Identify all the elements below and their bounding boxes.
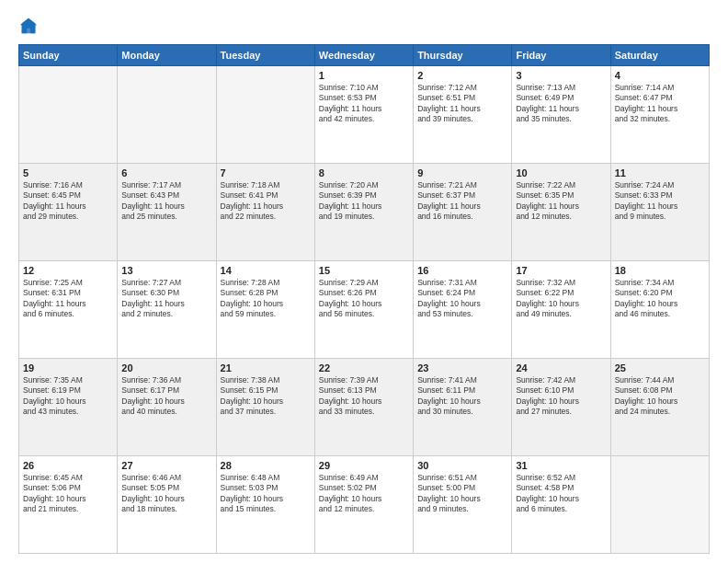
day-info: Sunrise: 6:51 AM Sunset: 5:00 PM Dayligh…: [417, 473, 507, 515]
day-number: 9: [417, 167, 507, 178]
day-number: 26: [23, 460, 113, 471]
calendar-week-row: 5Sunrise: 7:16 AM Sunset: 6:45 PM Daylig…: [19, 164, 710, 261]
day-number: 12: [23, 265, 113, 276]
calendar-cell: 26Sunrise: 6:45 AM Sunset: 5:06 PM Dayli…: [19, 456, 118, 554]
calendar-cell: 27Sunrise: 6:46 AM Sunset: 5:05 PM Dayli…: [118, 456, 216, 554]
calendar-cell: 17Sunrise: 7:32 AM Sunset: 6:22 PM Dayli…: [512, 261, 610, 359]
logo-icon: [18, 17, 39, 37]
day-info: Sunrise: 7:21 AM Sunset: 6:37 PM Dayligh…: [417, 180, 507, 223]
day-info: Sunrise: 7:12 AM Sunset: 6:51 PM Dayligh…: [417, 83, 507, 125]
day-number: 28: [221, 460, 311, 471]
day-number: 30: [417, 460, 507, 471]
calendar-cell: 24Sunrise: 7:42 AM Sunset: 6:10 PM Dayli…: [512, 359, 610, 456]
calendar-cell: [118, 66, 216, 164]
day-number: 22: [319, 362, 409, 373]
calendar-cell: 2Sunrise: 7:12 AM Sunset: 6:51 PM Daylig…: [414, 66, 512, 164]
day-number: 6: [121, 167, 211, 178]
weekday-header-tuesday: Tuesday: [216, 45, 314, 66]
weekday-header-saturday: Saturday: [610, 45, 709, 66]
day-number: 3: [516, 70, 606, 81]
calendar-cell: 31Sunrise: 6:52 AM Sunset: 4:58 PM Dayli…: [512, 456, 610, 554]
day-number: 2: [417, 70, 507, 81]
day-number: 27: [121, 460, 211, 471]
calendar-cell: 11Sunrise: 7:24 AM Sunset: 6:33 PM Dayli…: [610, 164, 709, 261]
day-number: 29: [319, 460, 409, 471]
calendar-cell: 13Sunrise: 7:27 AM Sunset: 6:30 PM Dayli…: [118, 261, 216, 359]
day-info: Sunrise: 7:24 AM Sunset: 6:33 PM Dayligh…: [615, 180, 705, 223]
day-number: 10: [516, 167, 606, 178]
day-info: Sunrise: 7:39 AM Sunset: 6:13 PM Dayligh…: [319, 375, 409, 418]
day-info: Sunrise: 6:52 AM Sunset: 4:58 PM Dayligh…: [516, 473, 606, 515]
day-info: Sunrise: 7:18 AM Sunset: 6:41 PM Dayligh…: [221, 180, 311, 223]
calendar-cell: 4Sunrise: 7:14 AM Sunset: 6:47 PM Daylig…: [610, 66, 709, 164]
calendar-cell: 14Sunrise: 7:28 AM Sunset: 6:28 PM Dayli…: [216, 261, 314, 359]
calendar-cell: 30Sunrise: 6:51 AM Sunset: 5:00 PM Dayli…: [414, 456, 512, 554]
day-info: Sunrise: 7:32 AM Sunset: 6:22 PM Dayligh…: [516, 278, 606, 320]
day-number: 15: [319, 265, 409, 276]
day-info: Sunrise: 7:27 AM Sunset: 6:30 PM Dayligh…: [121, 278, 211, 320]
weekday-header-wednesday: Wednesday: [314, 45, 413, 66]
day-info: Sunrise: 7:14 AM Sunset: 6:47 PM Dayligh…: [615, 83, 705, 125]
calendar-table: SundayMondayTuesdayWednesdayThursdayFrid…: [18, 44, 710, 554]
day-number: 5: [23, 167, 113, 178]
calendar-cell: 18Sunrise: 7:34 AM Sunset: 6:20 PM Dayli…: [610, 261, 709, 359]
calendar-cell: [216, 66, 314, 164]
calendar-cell: 21Sunrise: 7:38 AM Sunset: 6:15 PM Dayli…: [216, 359, 314, 456]
day-info: Sunrise: 7:35 AM Sunset: 6:19 PM Dayligh…: [23, 375, 113, 418]
calendar-week-row: 12Sunrise: 7:25 AM Sunset: 6:31 PM Dayli…: [19, 261, 710, 359]
day-info: Sunrise: 7:42 AM Sunset: 6:10 PM Dayligh…: [516, 375, 606, 418]
calendar-cell: 12Sunrise: 7:25 AM Sunset: 6:31 PM Dayli…: [19, 261, 118, 359]
calendar-cell: [610, 456, 709, 554]
calendar-cell: 9Sunrise: 7:21 AM Sunset: 6:37 PM Daylig…: [414, 164, 512, 261]
calendar-cell: 29Sunrise: 6:49 AM Sunset: 5:02 PM Dayli…: [314, 456, 413, 554]
calendar-cell: 28Sunrise: 6:48 AM Sunset: 5:03 PM Dayli…: [216, 456, 314, 554]
header: [18, 17, 710, 37]
day-info: Sunrise: 7:44 AM Sunset: 6:08 PM Dayligh…: [615, 375, 705, 418]
day-number: 25: [615, 362, 705, 373]
weekday-header-friday: Friday: [512, 45, 610, 66]
day-info: Sunrise: 6:45 AM Sunset: 5:06 PM Dayligh…: [23, 473, 113, 515]
day-number: 16: [417, 265, 507, 276]
calendar-cell: 3Sunrise: 7:13 AM Sunset: 6:49 PM Daylig…: [512, 66, 610, 164]
day-number: 7: [221, 167, 311, 178]
day-number: 8: [319, 167, 409, 178]
calendar-cell: 15Sunrise: 7:29 AM Sunset: 6:26 PM Dayli…: [314, 261, 413, 359]
weekday-header-monday: Monday: [118, 45, 216, 66]
day-number: 4: [615, 70, 705, 81]
logo: [18, 17, 42, 37]
calendar-week-row: 1Sunrise: 7:10 AM Sunset: 6:53 PM Daylig…: [19, 66, 710, 164]
day-number: 17: [516, 265, 606, 276]
day-number: 18: [615, 265, 705, 276]
day-info: Sunrise: 7:17 AM Sunset: 6:43 PM Dayligh…: [121, 180, 211, 223]
calendar-cell: 7Sunrise: 7:18 AM Sunset: 6:41 PM Daylig…: [216, 164, 314, 261]
day-number: 19: [23, 362, 113, 373]
day-info: Sunrise: 7:20 AM Sunset: 6:39 PM Dayligh…: [319, 180, 409, 223]
calendar-cell: 8Sunrise: 7:20 AM Sunset: 6:39 PM Daylig…: [314, 164, 413, 261]
weekday-header-row: SundayMondayTuesdayWednesdayThursdayFrid…: [19, 45, 710, 66]
day-info: Sunrise: 7:10 AM Sunset: 6:53 PM Dayligh…: [319, 83, 409, 125]
calendar-cell: 10Sunrise: 7:22 AM Sunset: 6:35 PM Dayli…: [512, 164, 610, 261]
calendar-cell: 22Sunrise: 7:39 AM Sunset: 6:13 PM Dayli…: [314, 359, 413, 456]
calendar-cell: 16Sunrise: 7:31 AM Sunset: 6:24 PM Dayli…: [414, 261, 512, 359]
day-info: Sunrise: 6:48 AM Sunset: 5:03 PM Dayligh…: [221, 473, 311, 515]
weekday-header-thursday: Thursday: [414, 45, 512, 66]
calendar-cell: 5Sunrise: 7:16 AM Sunset: 6:45 PM Daylig…: [19, 164, 118, 261]
day-info: Sunrise: 7:25 AM Sunset: 6:31 PM Dayligh…: [23, 278, 113, 320]
day-info: Sunrise: 7:16 AM Sunset: 6:45 PM Dayligh…: [23, 180, 113, 223]
day-number: 11: [615, 167, 705, 178]
weekday-header-sunday: Sunday: [19, 45, 118, 66]
day-number: 1: [319, 70, 409, 81]
day-info: Sunrise: 7:34 AM Sunset: 6:20 PM Dayligh…: [615, 278, 705, 320]
day-number: 23: [417, 362, 507, 373]
calendar-cell: 6Sunrise: 7:17 AM Sunset: 6:43 PM Daylig…: [118, 164, 216, 261]
day-number: 13: [121, 265, 211, 276]
calendar-cell: 25Sunrise: 7:44 AM Sunset: 6:08 PM Dayli…: [610, 359, 709, 456]
day-info: Sunrise: 7:36 AM Sunset: 6:17 PM Dayligh…: [121, 375, 211, 418]
day-number: 20: [121, 362, 211, 373]
day-info: Sunrise: 7:22 AM Sunset: 6:35 PM Dayligh…: [516, 180, 606, 223]
calendar-week-row: 26Sunrise: 6:45 AM Sunset: 5:06 PM Dayli…: [19, 456, 710, 554]
calendar-cell: 1Sunrise: 7:10 AM Sunset: 6:53 PM Daylig…: [314, 66, 413, 164]
day-info: Sunrise: 7:31 AM Sunset: 6:24 PM Dayligh…: [417, 278, 507, 320]
day-info: Sunrise: 6:46 AM Sunset: 5:05 PM Dayligh…: [121, 473, 211, 515]
day-number: 24: [516, 362, 606, 373]
